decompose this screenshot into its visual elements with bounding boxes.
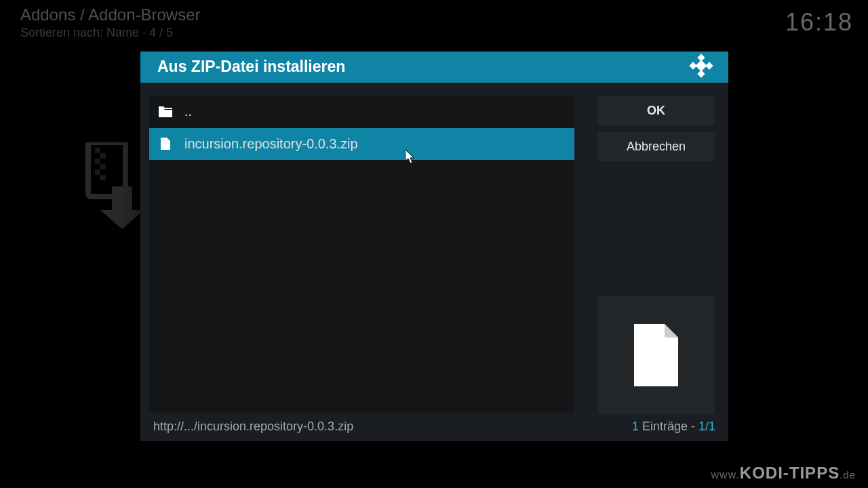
dialog-footer: http://.../incursion.repository-0.0.3.zi… bbox=[140, 413, 728, 441]
svg-rect-3 bbox=[95, 159, 100, 164]
breadcrumb: Addons / Addon-Browser bbox=[20, 5, 201, 24]
file-name: incursion.repository-0.0.3.zip bbox=[184, 136, 358, 152]
ok-button[interactable]: OK bbox=[597, 96, 715, 125]
clock: 16:18 bbox=[785, 8, 853, 37]
file-preview-icon bbox=[634, 324, 678, 386]
mouse-cursor-icon bbox=[406, 150, 416, 167]
svg-rect-2 bbox=[100, 153, 106, 159]
svg-rect-6 bbox=[100, 175, 106, 180]
side-panel: OK Abbrechen bbox=[597, 96, 715, 413]
kodi-logo-icon bbox=[689, 54, 713, 81]
dialog-header: Aus ZIP-Datei installieren bbox=[140, 52, 728, 83]
dialog-body: .. incursion.repository-0.0.3.zip OK Abb… bbox=[140, 83, 728, 413]
file-icon bbox=[159, 138, 172, 150]
parent-directory-row[interactable]: .. bbox=[149, 96, 574, 128]
watermark: www.KODI-TIPPS.de bbox=[711, 464, 856, 483]
file-list-panel: .. incursion.repository-0.0.3.zip bbox=[149, 96, 574, 413]
zip-install-bg-icon bbox=[75, 142, 149, 233]
svg-rect-5 bbox=[95, 169, 100, 175]
footer-path: http://.../incursion.repository-0.0.3.zi… bbox=[153, 420, 353, 434]
background-header: Addons / Addon-Browser Sortieren nach: N… bbox=[20, 5, 201, 40]
cancel-button[interactable]: Abbrechen bbox=[597, 132, 715, 161]
sort-info: Sortieren nach: Name · 4 / 5 bbox=[20, 26, 201, 40]
parent-dir-label: .. bbox=[184, 104, 192, 119]
folder-up-icon bbox=[159, 106, 172, 117]
file-list[interactable]: .. incursion.repository-0.0.3.zip bbox=[149, 96, 574, 413]
file-preview bbox=[597, 296, 715, 414]
svg-rect-4 bbox=[100, 164, 106, 169]
svg-rect-11 bbox=[696, 60, 707, 71]
dialog-title: Aus ZIP-Datei installieren bbox=[157, 58, 345, 76]
file-row-zip[interactable]: incursion.repository-0.0.3.zip bbox=[149, 128, 574, 160]
svg-rect-1 bbox=[95, 148, 100, 153]
footer-count: 1 Einträge - 1/1 bbox=[632, 420, 715, 434]
install-from-zip-dialog: Aus ZIP-Datei installieren bbox=[140, 52, 728, 441]
